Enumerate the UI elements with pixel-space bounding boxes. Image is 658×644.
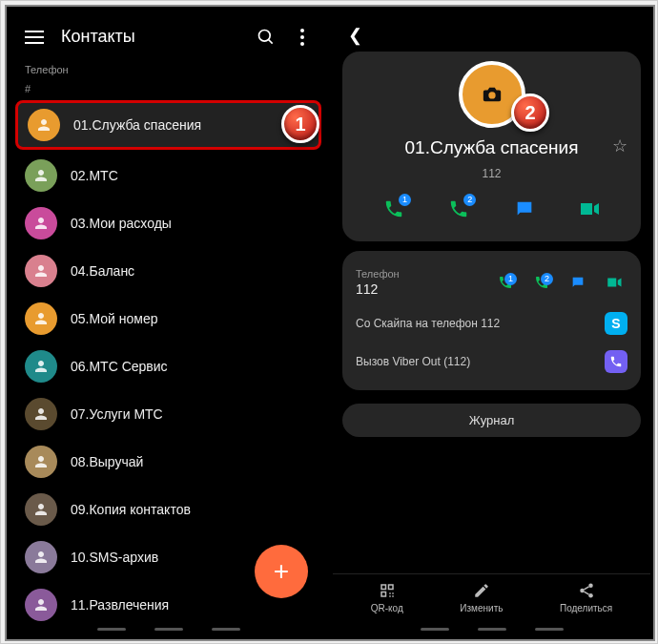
avatar (25, 350, 57, 383)
avatar (28, 109, 60, 141)
contact-name: 04.Баланс (71, 263, 134, 279)
edit-label: Изменить (460, 603, 503, 613)
contact-row[interactable]: 08.Выручай (10, 438, 327, 486)
skype-icon: S (605, 312, 627, 335)
step-badge-1: 1 (281, 105, 319, 143)
sim-badge-1: 1 (504, 273, 517, 285)
avatar (25, 446, 57, 478)
edit-button[interactable]: Изменить (460, 582, 503, 613)
add-contact-button[interactable]: + (255, 545, 308, 598)
call-sim1-button[interactable]: 1 (375, 190, 413, 228)
step-badge-2: 2 (511, 93, 549, 132)
video-button[interactable] (570, 190, 608, 228)
avatar (25, 493, 57, 526)
contact-name: 01.Служба спасения (352, 137, 631, 159)
contact-row[interactable]: 06.МТС Сервис (10, 343, 327, 390)
avatar (25, 541, 57, 573)
contact-row[interactable]: 04.Баланс (10, 247, 327, 295)
svg-point-3 (588, 584, 593, 589)
share-icon (578, 582, 595, 599)
more-icon[interactable] (293, 28, 312, 47)
nav-bar (97, 628, 240, 631)
call-sim2-mini[interactable]: 2 (528, 269, 555, 296)
mini-actions: 1 2 (492, 269, 627, 296)
message-mini[interactable] (565, 269, 591, 296)
avatar (25, 398, 57, 430)
skype-row[interactable]: Со Скайпа на телефон 112 S (356, 304, 627, 343)
share-label: Поделиться (560, 603, 612, 613)
contact-name: 07.Услуги МТС (71, 406, 163, 422)
avatar (25, 589, 57, 621)
contact-name: 01.Служба спасения (73, 117, 201, 133)
viber-icon (605, 350, 627, 373)
details-card: Телефон 112 1 2 (342, 251, 641, 390)
header: Контакты (10, 10, 327, 56)
contact-row[interactable]: 05.Мой номер (10, 295, 327, 343)
contact-detail-screen: 2 ❮ 01.Служба спасения ☆ 112 1 2 (333, 10, 650, 636)
contact-row[interactable]: 03.Мои расходы (10, 199, 327, 247)
log-button[interactable]: Журнал (342, 404, 641, 437)
sim-badge-2: 2 (541, 273, 553, 285)
contact-row[interactable]: 07.Услуги МТС (10, 390, 327, 438)
contact-row[interactable]: 02.МТС (10, 152, 327, 199)
contact-row[interactable]: 09.Копия контактов (10, 486, 327, 533)
index-letter: # (10, 79, 327, 98)
header: ❮ (333, 10, 650, 52)
page-title: Контакты (61, 27, 239, 47)
contact-name: 02.МТС (71, 168, 118, 183)
contact-name: 09.Копия контактов (71, 502, 191, 517)
svg-point-2 (488, 92, 495, 98)
call-sim1-mini[interactable]: 1 (492, 269, 519, 296)
avatar (25, 302, 57, 335)
menu-icon[interactable] (25, 31, 44, 44)
svg-point-5 (588, 593, 593, 598)
contact-row[interactable]: 01.Служба спасения (15, 100, 321, 150)
contact-name: 03.Мои расходы (71, 216, 172, 231)
message-button[interactable] (505, 190, 544, 228)
phone-label: Телефон (356, 268, 400, 280)
qr-icon (379, 582, 396, 599)
contacts-list-screen: 1 Контакты Телефон # 01.Служба спасения0… (10, 10, 327, 636)
profile-card: 01.Служба спасения ☆ 112 1 2 (342, 52, 641, 241)
edit-icon (473, 582, 490, 599)
svg-line-1 (269, 39, 273, 43)
contact-name: 11.Развлечения (71, 597, 169, 613)
share-button[interactable]: Поделиться (560, 582, 612, 613)
qr-label: QR-код (371, 603, 403, 613)
viber-label: Вызов Viber Out (112) (356, 355, 470, 368)
nav-bar (421, 628, 564, 631)
phone-detail-row[interactable]: Телефон 112 1 2 (356, 260, 627, 304)
call-sim2-button[interactable]: 2 (440, 190, 478, 228)
section-label: Телефон (10, 56, 327, 79)
contact-number: 112 (352, 167, 631, 180)
favorite-icon[interactable]: ☆ (612, 135, 627, 156)
camera-icon (480, 84, 504, 105)
avatar (25, 159, 57, 192)
contact-name: 06.МТС Сервис (71, 359, 168, 374)
video-mini[interactable] (601, 269, 627, 296)
sim-badge-1: 1 (399, 194, 411, 206)
action-row: 1 2 (352, 190, 631, 228)
contact-name: 05.Мой номер (71, 311, 158, 326)
svg-point-0 (259, 30, 271, 41)
viber-row[interactable]: Вызов Viber Out (112) (356, 343, 627, 381)
contact-name: 10.SMS-архив (71, 550, 158, 565)
svg-point-4 (580, 589, 585, 593)
sim-badge-2: 2 (463, 194, 476, 206)
back-icon[interactable]: ❮ (348, 26, 362, 45)
avatar (25, 255, 57, 287)
skype-label: Со Скайпа на телефон 112 (356, 317, 500, 330)
qr-code-button[interactable]: QR-код (371, 582, 403, 613)
search-icon[interactable] (257, 28, 276, 47)
phone-value: 112 (356, 281, 400, 297)
contact-name: 08.Выручай (71, 454, 143, 469)
avatar (25, 207, 57, 239)
